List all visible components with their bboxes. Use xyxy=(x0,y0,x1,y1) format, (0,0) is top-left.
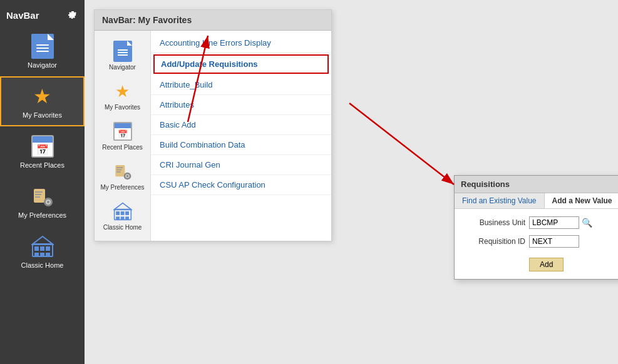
navigator-icon-area xyxy=(30,34,55,59)
sidebar-item-label: Classic Home xyxy=(21,261,64,269)
nav-link-attributes[interactable]: Attributes xyxy=(151,95,331,115)
nav-icon-classic-home[interactable]: Classic Home xyxy=(95,196,150,236)
svg-rect-26 xyxy=(116,216,120,220)
sidebar-item-classic-home[interactable]: Classic Home xyxy=(0,226,85,276)
requisitions-popup-body: Business Unit 🔍 Requisition ID Add xyxy=(455,209,618,279)
nav-preferences-icon xyxy=(113,162,132,181)
svg-point-3 xyxy=(47,201,49,203)
sidebar-item-my-preferences[interactable]: My Preferences xyxy=(0,176,85,226)
navbar-panel-header: NavBar: My Favorites xyxy=(95,10,331,31)
svg-rect-9 xyxy=(40,246,44,251)
favorites-icon-area: ★ xyxy=(30,84,55,109)
nav-link-csu-ap-check-config[interactable]: CSU AP Check Configuration xyxy=(151,175,331,195)
svg-rect-4 xyxy=(35,191,43,193)
nav-navigator-icon-area xyxy=(112,41,133,62)
preferences-icon xyxy=(31,185,54,208)
requisitions-popup: Requisitions Find an Existing Value Add … xyxy=(454,175,618,280)
requisition-id-row: Requisition ID xyxy=(463,235,618,248)
svg-rect-19 xyxy=(116,167,123,168)
svg-rect-20 xyxy=(116,169,121,171)
svg-rect-13 xyxy=(46,253,50,256)
calendar-icon: 📅 xyxy=(31,135,54,158)
nav-link-basic-add[interactable]: Basic Add xyxy=(151,115,331,135)
nav-icon-recent-places[interactable]: 📅 Recent Places xyxy=(95,116,150,156)
svg-rect-11 xyxy=(34,253,39,256)
business-unit-input[interactable] xyxy=(529,216,579,229)
requisitions-popup-header: Requisitions xyxy=(455,176,618,193)
svg-rect-21 xyxy=(116,171,121,173)
nav-icon-my-favorites[interactable]: ★ My Favorites xyxy=(95,76,150,116)
tab-add-new-value[interactable]: Add a New Value xyxy=(545,193,618,208)
svg-rect-27 xyxy=(120,216,124,220)
svg-rect-23 xyxy=(116,211,120,215)
navigator-icon xyxy=(31,34,54,59)
sidebar-header: NavBar xyxy=(0,6,85,26)
sidebar-item-label: Navigator xyxy=(28,61,57,69)
nav-icon-label: My Preferences xyxy=(100,184,144,191)
business-unit-label: Business Unit xyxy=(463,218,529,227)
home-icon xyxy=(31,235,54,258)
nav-calendar-icon: 📅 xyxy=(113,122,132,141)
requisitions-title: Requisitions xyxy=(461,179,510,189)
nav-link-attribute-build[interactable]: Attribute_Build xyxy=(151,75,331,95)
svg-rect-12 xyxy=(40,253,44,256)
requisitions-tabs: Find an Existing Value Add a New Value xyxy=(455,193,618,209)
gear-icon[interactable] xyxy=(66,9,78,21)
svg-rect-25 xyxy=(125,211,129,215)
svg-line-32 xyxy=(349,103,454,185)
navbar-panel-title: NavBar: My Favorites xyxy=(102,15,192,25)
nav-link-cri-journal-gen[interactable]: CRI Journal Gen xyxy=(151,155,331,175)
svg-rect-24 xyxy=(120,211,124,215)
sidebar-title: NavBar xyxy=(6,10,39,21)
svg-rect-28 xyxy=(125,216,129,220)
nav-recent-icon-area: 📅 xyxy=(112,121,133,142)
svg-point-18 xyxy=(126,175,128,177)
nav-navigator-icon xyxy=(113,41,132,62)
sidebar-item-my-favorites[interactable]: ★ My Favorites xyxy=(0,76,85,126)
recent-places-icon-area: 📅 xyxy=(30,134,55,159)
sidebar-item-recent-places[interactable]: 📅 Recent Places xyxy=(0,126,85,176)
nav-favorites-icon-area: ★ xyxy=(112,81,133,102)
sidebar-item-label: Recent Places xyxy=(20,161,64,169)
nav-prefs-icon-area xyxy=(112,161,133,182)
requisition-id-input[interactable] xyxy=(529,235,579,248)
business-unit-row: Business Unit 🔍 xyxy=(463,216,618,229)
star-icon: ★ xyxy=(33,86,51,106)
search-icon[interactable]: 🔍 xyxy=(582,218,592,228)
nav-icon-label: My Favorites xyxy=(105,104,140,111)
tab-find-existing[interactable]: Find an Existing Value xyxy=(455,193,545,208)
sidebar-item-label: My Favorites xyxy=(23,111,62,119)
nav-icon-label: Navigator xyxy=(109,64,136,71)
add-button-row: Add xyxy=(463,254,618,271)
sidebar-item-label: My Preferences xyxy=(18,211,66,219)
svg-rect-5 xyxy=(35,194,41,195)
nav-icon-label: Recent Places xyxy=(102,144,142,151)
sidebar: NavBar Navigator ★ My Favorites 📅 xyxy=(0,0,85,364)
add-button[interactable]: Add xyxy=(529,258,564,271)
svg-rect-15 xyxy=(115,165,125,176)
nav-home-icon xyxy=(113,202,132,221)
svg-rect-8 xyxy=(34,246,39,251)
nav-icon-label: Classic Home xyxy=(103,224,142,231)
navbar-panel: NavBar: My Favorites Navigator ★ xyxy=(94,9,332,241)
nav-link-add-update-requisitions[interactable]: Add/Update Requisitions xyxy=(153,54,329,74)
svg-rect-10 xyxy=(46,246,50,251)
preferences-icon-area xyxy=(30,184,55,209)
classic-home-icon-area xyxy=(30,234,55,259)
nav-link-build-combination-data[interactable]: Build Combination Data xyxy=(151,135,331,155)
nav-links-column: Accounting Line Errors Display Add/Updat… xyxy=(151,31,331,241)
svg-rect-0 xyxy=(34,189,45,203)
nav-icons-column: Navigator ★ My Favorites 📅 xyxy=(95,31,151,241)
nav-home-icon-area xyxy=(112,201,133,222)
nav-icon-navigator[interactable]: Navigator xyxy=(95,36,150,76)
navbar-panel-body: Navigator ★ My Favorites 📅 xyxy=(95,31,331,241)
main-content: NavBar: My Favorites Navigator ★ xyxy=(85,0,618,364)
nav-star-icon: ★ xyxy=(115,83,130,99)
requisition-id-label: Requisition ID xyxy=(463,237,529,246)
nav-icon-my-preferences[interactable]: My Preferences xyxy=(95,156,150,196)
sidebar-item-navigator[interactable]: Navigator xyxy=(0,26,85,76)
svg-rect-6 xyxy=(35,196,40,198)
nav-link-accounting-line-errors[interactable]: Accounting Line Errors Display xyxy=(151,33,331,53)
